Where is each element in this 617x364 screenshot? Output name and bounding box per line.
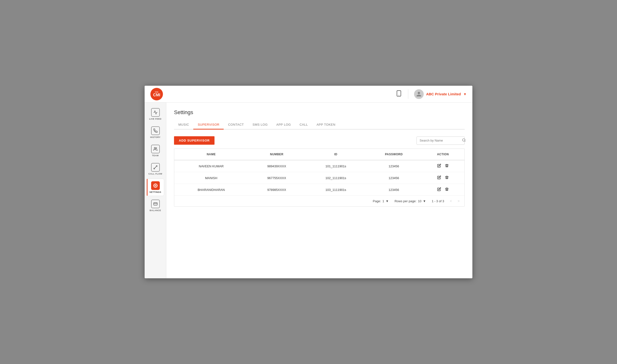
sidebar-label-live-feed: LIVE FEED — [149, 118, 162, 120]
tab-app-token[interactable]: APP TOKEN — [312, 120, 340, 130]
sidebar-item-history[interactable]: HISTORY — [147, 124, 164, 141]
live-feed-icon — [151, 108, 160, 117]
settings-icon — [151, 181, 160, 190]
content-area: Settings MUSIC SUPERVISOR CONTACT SMS LO… — [166, 103, 472, 278]
svg-line-8 — [465, 141, 466, 142]
svg-point-4 — [155, 185, 156, 186]
supervisor-table: NAME NUMBER ID PASSWORD ACTION NAVEEN KU… — [174, 149, 465, 195]
pagination: Page: 1 ▼ Rows per page: 10 ▼ 1 - 3 of 3… — [174, 195, 465, 206]
sidebar-item-balance[interactable]: BALANCE — [147, 197, 164, 214]
sidebar-item-settings[interactable]: SETTINGS — [147, 179, 164, 196]
sidebar-item-live-feed[interactable]: LIVE FEED — [147, 105, 164, 123]
cell-number-1: 967755XXXX — [248, 172, 305, 184]
cell-password-1: 123456 — [366, 172, 421, 184]
next-page-button[interactable]: > — [458, 199, 460, 203]
cell-action-2 — [421, 184, 465, 196]
cell-action-0 — [421, 160, 465, 172]
sidebar-item-call-flow[interactable]: CALL FLOW — [147, 160, 164, 178]
avatar — [414, 89, 424, 99]
rows-selector[interactable]: Rows per page: 10 ▼ — [395, 199, 426, 203]
rows-label: Rows per page: — [395, 199, 416, 203]
header: tele CMI ABC Private Limited — [145, 86, 472, 103]
page-value: 1 — [383, 199, 384, 203]
col-name: NAME — [174, 149, 248, 160]
delete-button-0[interactable] — [445, 164, 449, 169]
tabs: MUSIC SUPERVISOR CONTACT SMS LOG APP LOG… — [174, 120, 465, 130]
app-window: tele CMI ABC Private Limited — [145, 86, 472, 278]
team-icon — [151, 145, 160, 153]
cell-id-0: 101_1111901s — [305, 160, 366, 172]
cell-id-1: 102_1111901s — [305, 172, 366, 184]
cell-action-1 — [421, 172, 465, 184]
col-action: ACTION — [421, 149, 465, 160]
cell-password-2: 123456 — [366, 184, 421, 196]
cell-name-0: NAVEEN KUMAR — [174, 160, 248, 172]
search-input[interactable] — [420, 139, 460, 142]
table-header-row: NAME NUMBER ID PASSWORD ACTION — [174, 149, 465, 160]
company-name: ABC Private Limited — [426, 92, 461, 96]
tab-app-log[interactable]: APP LOG — [272, 120, 295, 130]
call-flow-icon — [151, 163, 160, 172]
tab-music[interactable]: MUSIC — [174, 120, 193, 130]
table-row: BHARANIDHARAN 978985XXXX 103_1111901s 12… — [174, 184, 465, 196]
cell-number-2: 978985XXXX — [248, 184, 305, 196]
user-info[interactable]: ABC Private Limited ▼ — [414, 89, 466, 99]
col-number: NUMBER — [248, 149, 305, 160]
sidebar: LIVE FEED HISTORY — [145, 103, 166, 278]
sidebar-label-history: HISTORY — [150, 136, 161, 138]
svg-point-7 — [463, 139, 465, 141]
page-dropdown-icon[interactable]: ▼ — [386, 199, 389, 203]
tab-contact[interactable]: CONTACT — [224, 120, 248, 130]
col-id: ID — [305, 149, 366, 160]
edit-button-2[interactable] — [437, 187, 441, 192]
table-container: NAME NUMBER ID PASSWORD ACTION NAVEEN KU… — [174, 149, 465, 207]
sidebar-label-team: TEAM — [152, 154, 159, 157]
page-selector[interactable]: Page: 1 ▼ — [373, 199, 389, 203]
table-toolbar: ADD SUPERVISOR — [174, 136, 465, 145]
edit-button-0[interactable] — [437, 164, 441, 169]
table-body: NAVEEN KUMAR 989439XXXX 101_1111901s 123… — [174, 160, 465, 195]
sidebar-label-settings: SETTINGS — [150, 191, 161, 193]
svg-rect-0 — [397, 91, 401, 96]
search-icon — [462, 138, 466, 143]
rows-value: 10 — [418, 199, 421, 203]
svg-rect-5 — [153, 203, 157, 205]
header-right: ABC Private Limited ▼ — [396, 89, 466, 99]
rows-dropdown-icon[interactable]: ▼ — [423, 199, 426, 203]
logo-cmi-text: CMI — [153, 93, 160, 97]
cell-name-2: BHARANIDHARAN — [174, 184, 248, 196]
col-password: PASSWORD — [366, 149, 421, 160]
tab-supervisor[interactable]: SUPERVISOR — [193, 120, 224, 130]
balance-icon — [151, 200, 160, 208]
cell-id-2: 103_1111901s — [305, 184, 366, 196]
cell-password-0: 123456 — [366, 160, 421, 172]
add-supervisor-button[interactable]: ADD SUPERVISOR — [174, 136, 215, 145]
search-box[interactable] — [416, 136, 465, 145]
phone-icon[interactable] — [396, 90, 402, 98]
logo: tele CMI — [151, 88, 163, 100]
logo-circle: tele CMI — [151, 88, 163, 100]
main-layout: LIVE FEED HISTORY — [145, 103, 472, 278]
tab-sms-log[interactable]: SMS LOG — [248, 120, 272, 130]
history-icon — [151, 126, 160, 135]
table-row: NAVEEN KUMAR 989439XXXX 101_1111901s 123… — [174, 160, 465, 172]
table-row: MANISH 967755XXXX 102_1111901s 123456 — [174, 172, 465, 184]
prev-page-button[interactable]: < — [450, 199, 452, 203]
sidebar-label-call-flow: CALL FLOW — [149, 173, 162, 175]
page-title: Settings — [174, 109, 465, 116]
tab-call[interactable]: CALL — [295, 120, 312, 130]
delete-button-2[interactable] — [445, 187, 449, 192]
pagination-range: 1 - 3 of 3 — [432, 199, 444, 203]
page-label: Page: — [373, 199, 381, 203]
cell-name-1: MANISH — [174, 172, 248, 184]
sidebar-item-team[interactable]: TEAM — [147, 142, 164, 159]
delete-button-1[interactable] — [445, 176, 449, 180]
edit-button-1[interactable] — [437, 176, 441, 180]
dropdown-arrow-icon: ▼ — [463, 92, 466, 96]
sidebar-label-balance: BALANCE — [150, 209, 161, 212]
divider — [408, 89, 408, 99]
cell-number-0: 989439XXXX — [248, 160, 305, 172]
